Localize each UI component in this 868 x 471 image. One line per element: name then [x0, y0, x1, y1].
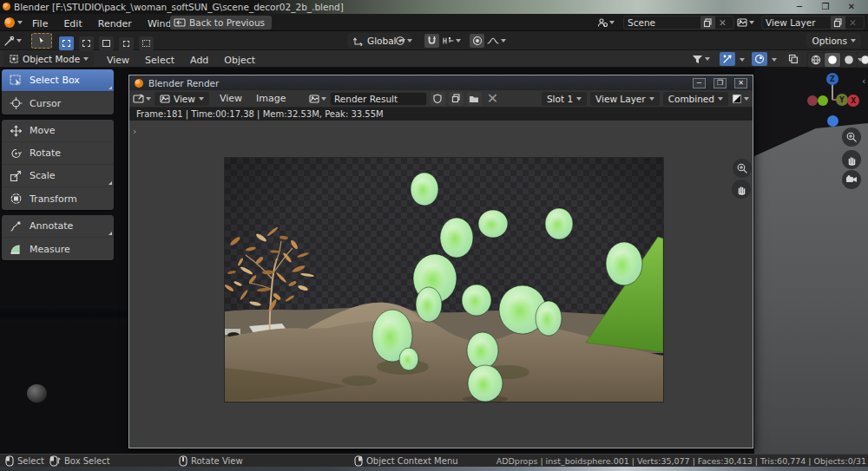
- snap-target-dropdown[interactable]: [442, 34, 461, 48]
- new-scene-button[interactable]: [700, 16, 715, 29]
- image-pan-button[interactable]: [732, 180, 751, 199]
- move-icon: [9, 124, 23, 138]
- menu-file[interactable]: File: [24, 16, 56, 33]
- restore-button[interactable]: ❐: [818, 2, 833, 12]
- tool-annotate[interactable]: Annotate: [2, 215, 114, 238]
- proportional-edit-toggle[interactable]: [470, 34, 484, 48]
- viewport-pan-button[interactable]: [842, 150, 861, 169]
- blender-logo-icon: [3, 3, 10, 10]
- display-channels-dropdown[interactable]: [732, 92, 749, 106]
- gizmo-axis-ball[interactable]: [827, 115, 838, 127]
- render-close-button[interactable]: ✕: [734, 78, 747, 88]
- boid-sphere-core: [403, 353, 413, 367]
- pivot-point-dropdown[interactable]: [395, 34, 412, 48]
- viewport-menu-select[interactable]: Select: [137, 52, 182, 69]
- show-gizmo-toggle[interactable]: [720, 52, 735, 66]
- visibility-filter-dropdown[interactable]: [692, 52, 710, 66]
- gizmo-dropdown[interactable]: [740, 58, 745, 62]
- back-to-previous-button[interactable]: Back to Previous: [170, 16, 272, 29]
- close-button[interactable]: ✕: [844, 2, 859, 12]
- falloff-dropdown[interactable]: [487, 34, 506, 48]
- shading-material-button[interactable]: [841, 53, 857, 67]
- gizmo-axis-ball[interactable]: [818, 95, 828, 106]
- magnifier-icon: [736, 162, 748, 174]
- render-minimize-button[interactable]: ─: [693, 78, 706, 88]
- options-dropdown[interactable]: Options: [806, 33, 861, 48]
- select-mode-invert[interactable]: [119, 37, 134, 51]
- tool-transform[interactable]: Transform: [2, 187, 114, 210]
- slot-dropdown[interactable]: Slot 1: [542, 92, 587, 106]
- view-layer-name-field[interactable]: View Layer ✕: [761, 16, 865, 29]
- select-mode-intersect[interactable]: [139, 36, 154, 50]
- gizmo-axis-x[interactable]: X: [847, 95, 859, 107]
- minimize-button[interactable]: ─: [792, 2, 807, 12]
- measure-icon: [9, 242, 23, 256]
- annotate-icon: [9, 219, 23, 233]
- view-layer-browse-button[interactable]: [737, 16, 754, 29]
- tool-move[interactable]: Move: [2, 120, 114, 142]
- select-mode-subtract[interactable]: [99, 36, 114, 50]
- shading-solid-button[interactable]: [825, 53, 840, 67]
- gizmo-axis-z[interactable]: Z: [826, 73, 838, 85]
- new-view-layer-button[interactable]: [831, 16, 845, 29]
- render-layer-dropdown[interactable]: View Layer: [590, 92, 660, 106]
- sidebar-toggle[interactable]: ‹: [862, 75, 865, 87]
- remove-view-layer-button[interactable]: ✕: [845, 16, 860, 29]
- tool-select-box[interactable]: Select Box: [2, 69, 114, 92]
- active-tool-button[interactable]: [31, 33, 52, 49]
- scene-browse-button[interactable]: [597, 16, 615, 29]
- duplicate-image-button[interactable]: [449, 92, 464, 106]
- viewport-zoom-button[interactable]: [842, 128, 861, 147]
- gizmo-axis-ball[interactable]: [807, 95, 818, 106]
- overlays-dropdown[interactable]: [772, 58, 777, 62]
- blender-app: Blender [F:\STUDIO\pack_\woman_softSUN_G…: [0, 0, 868, 471]
- render-window-titlebar[interactable]: Blender Render ─ ❐ ✕: [129, 75, 753, 90]
- viewport-camera-button[interactable]: [842, 170, 861, 189]
- menu-edit[interactable]: Edit: [56, 16, 89, 33]
- blender-logo-icon: [4, 17, 15, 28]
- viewport-menu-object[interactable]: Object: [216, 52, 263, 69]
- blender-menu-button[interactable]: [4, 17, 23, 28]
- render-pass-dropdown[interactable]: Combined: [663, 92, 728, 106]
- open-image-button[interactable]: [467, 92, 482, 106]
- hint-select: Select: [5, 455, 44, 468]
- toolbar-toggle[interactable]: ›: [133, 126, 136, 137]
- viewport-menu-view[interactable]: View: [99, 52, 137, 69]
- tool-cursor[interactable]: Cursor: [2, 92, 114, 114]
- gizmo-axis-y[interactable]: Y: [836, 94, 848, 106]
- image-editor-menu-view[interactable]: View: [213, 93, 249, 104]
- select-mode-extend[interactable]: [79, 36, 94, 50]
- display-mode-dropdown[interactable]: View: [155, 92, 209, 106]
- editor-type-button[interactable]: [133, 92, 151, 106]
- viewport-sphere-object[interactable]: [27, 384, 47, 402]
- scene-icon: [597, 17, 608, 28]
- boid-sphere-core: [467, 291, 483, 311]
- render-restore-button[interactable]: ❐: [713, 78, 727, 88]
- unlink-image-button[interactable]: ✕: [485, 92, 500, 106]
- tool-measure[interactable]: Measure: [2, 238, 114, 260]
- show-overlays-toggle[interactable]: [752, 52, 767, 66]
- viewport-menu-add[interactable]: Add: [182, 52, 216, 69]
- shading-dropdown[interactable]: [858, 58, 863, 62]
- snap-toggle[interactable]: [424, 34, 439, 48]
- editor-type-button[interactable]: [3, 34, 22, 48]
- menu-render[interactable]: Render: [90, 16, 140, 33]
- image-name-field[interactable]: Render Result: [330, 92, 427, 106]
- image-editor-menu-image[interactable]: Image: [249, 93, 293, 104]
- tool-rotate[interactable]: Rotate: [2, 142, 114, 165]
- image-browse-button[interactable]: [309, 92, 326, 106]
- tool-scale[interactable]: Scale: [2, 165, 114, 187]
- unlink-scene-button[interactable]: ✕: [715, 16, 730, 29]
- select-mode-new[interactable]: [59, 36, 74, 50]
- mode-dropdown[interactable]: Object Mode: [3, 51, 94, 66]
- fake-user-button[interactable]: [431, 92, 445, 106]
- xray-toggle[interactable]: [786, 52, 801, 66]
- image-editor-header: View ViewImage Render Result ✕ Slot 1 Vi…: [129, 90, 753, 108]
- scene-name-field[interactable]: Scene ✕: [623, 16, 734, 29]
- image-zoom-button[interactable]: [733, 159, 752, 178]
- image-editor-canvas[interactable]: ›: [129, 121, 753, 448]
- render-window[interactable]: Blender Render ─ ❐ ✕ View ViewImage Rend…: [128, 75, 753, 448]
- shading-wireframe-button[interactable]: [808, 53, 824, 67]
- mouse-left-icon: [5, 455, 14, 467]
- magnet-icon: [427, 36, 437, 46]
